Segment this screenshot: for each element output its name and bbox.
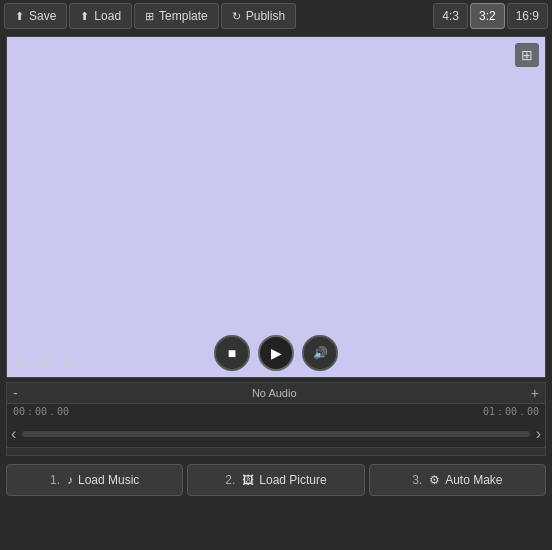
ratio-4-3[interactable]: 4:3 [433,3,468,29]
publish-icon: ↻ [232,10,241,23]
load-music-num: 1. [50,473,60,487]
ratio-3-2[interactable]: 3:2 [470,3,505,29]
stop-icon: ■ [228,345,236,361]
publish-button[interactable]: ↻ Publish [221,3,296,29]
load-button[interactable]: ⬆ Load [69,3,132,29]
preview-canvas [7,37,545,377]
load-music-label: Load Music [78,473,139,487]
track-next-arrow[interactable]: › [536,425,541,443]
load-icon: ⬆ [80,10,89,23]
grid-icon: ⊞ [521,47,533,63]
stop-button[interactable]: ■ [214,335,250,371]
time-display: 00：00．00 [15,356,77,371]
ratio-group: 4:3 3:2 16:9 [433,3,548,29]
volume-button[interactable]: 🔊 [302,335,338,371]
publish-label: Publish [246,9,285,23]
template-label: Template [159,9,208,23]
timeline-scrollbar[interactable] [6,448,546,456]
timeline-start: 00：00．00 [13,405,69,419]
save-label: Save [29,9,56,23]
preview-container: ⊞ 00：00．00 ■ ▶ 🔊 [6,36,546,378]
load-picture-button[interactable]: 2. 🖼 Load Picture [187,464,364,496]
auto-make-num: 3. [412,473,422,487]
volume-icon: 🔊 [313,346,328,360]
timeline-section: - No Audio + 00：00．00 01：00．00 ‹ › [6,382,546,456]
no-audio-label: No Audio [18,387,531,399]
load-music-button[interactable]: 1. ♪ Load Music [6,464,183,496]
toolbar: ⬆ Save ⬆ Load ⊞ Template ↻ Publish 4:3 3… [0,0,552,32]
load-picture-num: 2. [225,473,235,487]
play-icon: ▶ [271,345,282,361]
auto-make-button[interactable]: 3. ⚙ Auto Make [369,464,546,496]
timeline-zoom-in[interactable]: + [531,386,539,400]
load-music-icon: ♪ [67,473,73,487]
playback-controls: ■ ▶ 🔊 [214,335,338,371]
grid-button[interactable]: ⊞ [515,43,539,67]
auto-make-label: Auto Make [445,473,502,487]
template-icon: ⊞ [145,10,154,23]
auto-make-icon: ⚙ [429,473,440,487]
track-prev-arrow[interactable]: ‹ [11,425,16,443]
ratio-16-9[interactable]: 16:9 [507,3,548,29]
load-picture-icon: 🖼 [242,473,254,487]
load-label: Load [94,9,121,23]
timeline-track: ‹ › [6,420,546,448]
timeline-header: - No Audio + [6,382,546,404]
timeline-times: 00：00．00 01：00．00 [6,404,546,420]
template-button[interactable]: ⊞ Template [134,3,219,29]
save-button[interactable]: ⬆ Save [4,3,67,29]
timeline-end: 01：00．00 [483,405,539,419]
save-icon: ⬆ [15,10,24,23]
bottom-buttons: 1. ♪ Load Music 2. 🖼 Load Picture 3. ⚙ A… [0,460,552,500]
track-bar [22,431,529,437]
load-picture-label: Load Picture [259,473,326,487]
play-button[interactable]: ▶ [258,335,294,371]
